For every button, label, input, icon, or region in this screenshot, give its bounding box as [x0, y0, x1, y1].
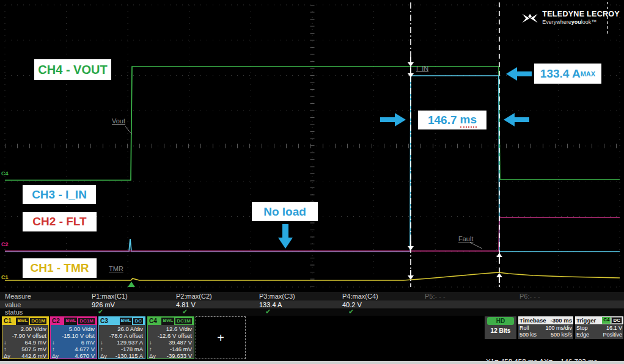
row-glyph — [4, 332, 12, 339]
row-glyph: Δy — [100, 352, 109, 359]
measure-status-row — [0, 308, 624, 316]
status-check-icon: ✔ — [348, 308, 354, 316]
annotation-ch1-tmr[interactable]: CH1 - TMR — [23, 258, 97, 278]
waveform-plot — [0, 0, 624, 292]
row-glyph: Δy — [149, 352, 158, 359]
time-delta-unit: ms — [460, 113, 477, 128]
channel-zero-marker-c1[interactable]: C1 — [1, 274, 9, 280]
cursor-marker-arrow — [496, 253, 502, 257]
status-check-icon: ✔ — [182, 308, 188, 316]
status-row-label: status — [5, 308, 23, 316]
trigger-type: Edge — [576, 331, 589, 338]
row-glyph: Δy — [52, 352, 61, 359]
measure-col-label[interactable]: P6:- - - — [519, 293, 540, 300]
teledyne-logo: TELEDYNE LECROY Everywhereyoulook™ — [522, 2, 620, 34]
time-delta-value: 146.7 — [428, 114, 457, 127]
hd-acquisition-box[interactable]: HD 12 Bits — [485, 316, 516, 339]
annotation-leader-line — [470, 242, 482, 249]
row-glyph — [149, 326, 158, 332]
timebase-rate: 500 kS/s — [551, 331, 572, 338]
channel-zero-marker-c4[interactable]: C4 — [1, 170, 9, 177]
channel-descriptor-c2[interactable]: C2BwLDC1M5.00 V/div-15.10 V ofst↓6 mV↑4.… — [50, 316, 97, 359]
row-glyph — [52, 332, 61, 339]
channel-setting-value: 26.0 A/div — [109, 326, 143, 332]
screen-bottom-edge — [0, 361, 624, 364]
measure-col-label[interactable]: P2:max(C2) — [176, 293, 212, 300]
teledyne-logo-icon — [522, 10, 538, 27]
bit-depth: 12 Bits — [485, 327, 516, 334]
trigger-box[interactable]: Trigger C4 DC Stop 16.1 V Edge Positive — [575, 316, 623, 339]
channel-setting-value: -130.115 A — [109, 352, 143, 359]
timebase-samples: 500 kS — [519, 331, 537, 338]
row-glyph: ↑ — [52, 346, 61, 352]
channel-setting-value: 507.5 mV — [12, 346, 46, 352]
trace-tag-iin: I_IN — [416, 65, 428, 72]
channel-setting-value: 2.00 V/div — [12, 326, 46, 332]
channel-setting-value: 6 mV — [61, 339, 95, 346]
channel-setting-value: 4.670 V — [61, 352, 95, 359]
annotation-max-current[interactable]: 133.4 AMAX — [534, 64, 601, 84]
measure-table: Measure value status P1:max(C1)926 mV✔P2… — [0, 292, 624, 316]
cursor-marker-arrow — [408, 275, 414, 280]
row-glyph: ↓ — [149, 339, 158, 346]
brand-tagline: Everywhereyoulook™ — [542, 18, 620, 26]
annotation-ch3-iin[interactable]: CH3 - I_IN — [23, 185, 96, 204]
bandwidth-limit-badge: BwL — [161, 318, 174, 325]
timebase-box[interactable]: Timebase -300 ms Roll 100 ms/div 500 kS … — [518, 316, 573, 339]
measure-col-label[interactable]: P3:max(C3) — [259, 293, 295, 300]
channel-id: C2 — [52, 318, 60, 324]
row-glyph: ↑ — [149, 346, 158, 352]
annotation-ch2-flt[interactable]: CH2 - FLT — [23, 212, 97, 231]
oscilloscope-screen: TELEDYNE LECROY Everywhereyoulook™ CH4 -… — [0, 0, 624, 364]
trace-tag-tmr: TMR — [109, 265, 123, 272]
annotation-no-load[interactable]: No load — [252, 202, 318, 221]
max-current-sub: MAX — [581, 70, 595, 78]
trigger-level: 16.1 V — [606, 324, 622, 331]
timebase-per-div: 100 ms/div — [545, 324, 572, 331]
channel-id: C3 — [100, 318, 108, 324]
row-glyph: ↑ — [4, 346, 12, 352]
channel-id: C4 — [149, 318, 157, 324]
trigger-coupling-badge: DC — [611, 317, 622, 324]
channel-setting-value: -78.0 A offset — [109, 332, 143, 339]
timebase-mode: Roll — [519, 324, 529, 331]
channel-id: C1 — [4, 318, 12, 324]
status-check-icon: ✔ — [265, 308, 271, 316]
channel-setting-value: 39.487 V — [158, 339, 192, 346]
cursor-readout: X1= 458.458 ms ΔX= 146.702 ms X2= 605.16… — [486, 339, 597, 364]
cursor-marker-arrow — [496, 273, 502, 277]
brand-name: TELEDYNE LECROY — [542, 10, 620, 18]
channel-setting-value: 12.6 V/div — [158, 326, 192, 332]
row-glyph: ↓ — [52, 339, 61, 346]
trigger-source-badge: C4 — [602, 317, 611, 324]
cursor-marker-arrow — [408, 62, 414, 67]
channel-descriptor-c4[interactable]: C4BwLDC1M12.6 V/div-12.6 V offset↓39.487… — [147, 316, 194, 359]
channel-descriptor-c1[interactable]: C1BwLDC1M2.00 V/div-7.90 V offset↓64.9 m… — [2, 316, 49, 359]
measure-col-label[interactable]: P4:max(C4) — [342, 293, 378, 300]
coupling-badge: DC1M — [29, 318, 47, 325]
cursor-marker-arrow — [408, 246, 414, 250]
channel-descriptor-c3[interactable]: C3BwLDC26.0 A/div-78.0 A offset↓129.937 … — [98, 316, 145, 359]
row-glyph — [100, 332, 109, 339]
add-trace-button[interactable]: + — [196, 316, 246, 359]
trace-c2-flt — [5, 217, 620, 251]
coupling-badge: DC1M — [175, 318, 193, 325]
row-glyph — [4, 326, 12, 332]
row-glyph: ↑ — [100, 346, 109, 352]
bandwidth-limit-badge: BwL — [120, 318, 133, 325]
channel-zero-marker-c2[interactable]: C2 — [1, 241, 9, 247]
trace-tag-fault: Fault — [458, 235, 473, 242]
channel-setting-value: -15.10 V ofst — [61, 332, 95, 339]
channel-setting-value: 129.937 A — [109, 339, 143, 346]
coupling-badge: DC1M — [78, 318, 95, 325]
annotation-time-delta[interactable]: 146.7ms — [418, 111, 486, 129]
measure-col-label[interactable]: P1:max(C1) — [92, 293, 128, 300]
trigger-title: Trigger — [576, 317, 596, 324]
grid — [5, 5, 620, 287]
coupling-badge: DC — [133, 318, 144, 325]
measure-col-label[interactable]: P5:- - - — [425, 293, 446, 300]
trigger-time-marker[interactable] — [128, 282, 135, 287]
annotation-ch4-vout[interactable]: CH4 - VOUT — [34, 59, 111, 80]
row-glyph: Δy — [4, 352, 12, 359]
right-arrow-icon — [380, 113, 406, 126]
